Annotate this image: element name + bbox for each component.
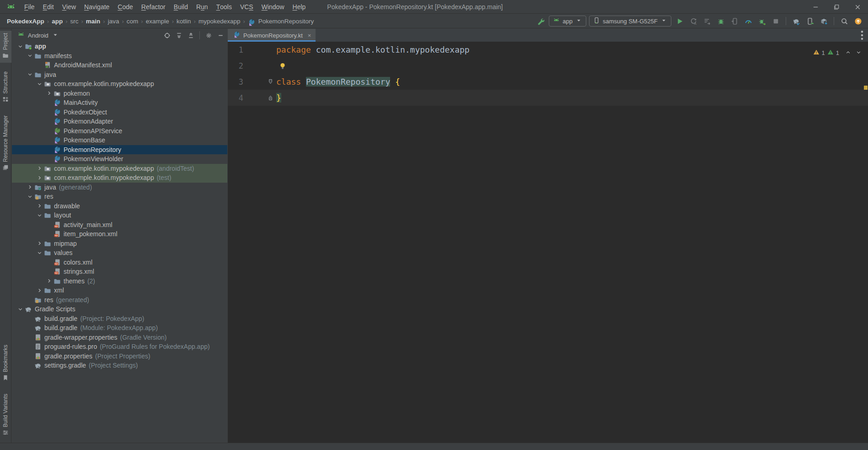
breadcrumb-item-mypokedexapp[interactable]: mypokedexapp — [197, 17, 242, 26]
tree-item-gradle-properties[interactable]: gradle.properties(Project Properties) — [12, 352, 227, 361]
tool-window-button-build-variants[interactable]: Build Variants — [0, 391, 11, 440]
tree-item-item-pokemon-xml[interactable]: <>item_pokemon.xml — [12, 229, 227, 239]
tool-window-button-bookmarks[interactable]: Bookmarks — [0, 342, 11, 385]
menu-window[interactable]: Window — [257, 0, 289, 13]
breadcrumb-item-main[interactable]: main — [85, 17, 102, 26]
tree-item-pokedexobject[interactable]: PokedexObject — [12, 108, 227, 117]
breadcrumb-item-app[interactable]: app — [50, 17, 64, 26]
apply-code-changes-icon[interactable] — [702, 16, 713, 26]
project-view-selector[interactable]: Android — [17, 31, 59, 40]
menu-tools[interactable]: Tools — [212, 0, 236, 13]
hide-panel-icon[interactable] — [215, 30, 225, 40]
breadcrumb-item-kotlin[interactable]: kotlin — [175, 17, 193, 26]
chevron-right-icon[interactable] — [36, 287, 43, 294]
minimize-button[interactable] — [805, 0, 826, 14]
tree-item-xml[interactable]: xml — [12, 286, 227, 295]
device-manager-icon[interactable] — [804, 16, 815, 26]
chevron-down-icon[interactable] — [36, 249, 43, 257]
expand-all-icon[interactable] — [174, 30, 184, 40]
chevron-right-icon[interactable] — [36, 164, 43, 172]
menu-help[interactable]: Help — [289, 0, 310, 13]
device-select[interactable]: samsung SM-G525F — [589, 16, 671, 27]
close-button[interactable] — [847, 0, 868, 14]
fold-marker-icon[interactable] — [243, 78, 276, 85]
tree-item-mainactivity[interactable]: MainActivity — [12, 98, 227, 108]
tree-item-pokemonbase[interactable]: PokemonBase — [12, 136, 227, 145]
tree-item-pokemonviewholder[interactable]: PokemonViewHolder — [12, 154, 227, 164]
maximize-button[interactable] — [826, 0, 847, 14]
chevron-down-icon[interactable] — [26, 52, 34, 60]
search-everywhere-icon[interactable] — [839, 16, 850, 26]
collapse-all-icon[interactable] — [186, 30, 196, 40]
tree-item-strings-xml[interactable]: <>strings.xml — [12, 267, 227, 277]
breadcrumb-item-example[interactable]: example — [145, 17, 171, 26]
tree-item-proguard-rules-pro[interactable]: proguard-rules.pro(ProGuard Rules for Po… — [12, 342, 227, 352]
tree-item-mipmap[interactable]: mipmap — [12, 239, 227, 249]
breadcrumb-item-pokemonrepository[interactable]: PokemonRepository — [257, 17, 316, 26]
chevron-down-icon[interactable] — [36, 211, 43, 219]
chevron-down-icon[interactable] — [16, 43, 24, 50]
edit-configuration-wrench-icon[interactable] — [535, 16, 546, 26]
tree-item-build-gradle[interactable]: build.gradle(Project: PokedexApp) — [12, 314, 227, 324]
breadcrumb-item-src[interactable]: src — [69, 17, 80, 26]
tree-item-res[interactable]: res — [12, 192, 227, 201]
tree-item-values[interactable]: values — [12, 248, 227, 258]
ide-update-icon[interactable] — [852, 16, 863, 26]
run-icon[interactable] — [674, 16, 685, 26]
menu-build[interactable]: Build — [170, 0, 192, 13]
tree-item-res[interactable]: res(generated) — [12, 295, 227, 305]
tree-item-java[interactable]: java(generated) — [12, 183, 227, 192]
code-line-3[interactable]: 3class PokemonRepository { — [228, 74, 868, 90]
chevron-right-icon[interactable] — [36, 202, 43, 210]
tool-window-button-project[interactable]: Project — [0, 31, 11, 63]
sdk-manager-icon[interactable] — [818, 16, 829, 26]
locate-file-icon[interactable] — [162, 30, 172, 40]
tree-item-gradle-wrapper-properties[interactable]: gradle-wrapper.properties(Gradle Version… — [12, 333, 227, 342]
tree-item-colors-xml[interactable]: <>colors.xml — [12, 258, 227, 267]
tab-close-icon[interactable]: × — [306, 32, 311, 39]
tree-item-pokemonapiservice[interactable]: PokemonAPIService — [12, 126, 227, 136]
run-configuration-select[interactable]: app — [549, 16, 586, 27]
chevron-down-icon[interactable] — [26, 193, 34, 201]
tree-item-drawable[interactable]: drawable — [12, 201, 227, 211]
tree-item-build-gradle[interactable]: build.gradle(Module: PokedexApp.app) — [12, 323, 227, 333]
tree-item-com-example-kotlin-mypokedexapp[interactable]: com.example.kotlin.mypokedexapp(test) — [12, 173, 227, 183]
menu-edit[interactable]: Edit — [39, 0, 58, 13]
tree-item-androidmanifest-xml[interactable]: MFAndroidManifest.xml — [12, 60, 227, 70]
tree-item-app[interactable]: app — [12, 42, 227, 51]
debug-icon[interactable] — [715, 16, 726, 26]
tree-item-com-example-kotlin-mypokedexapp[interactable]: com.example.kotlin.mypokedexapp — [12, 79, 227, 89]
editor-tab-pokemonrepository[interactable]: PokemonRepository.kt × — [228, 29, 316, 42]
tree-item-manifests[interactable]: manifests — [12, 51, 227, 61]
tree-item-pokemonrepository[interactable]: PokemonRepository — [12, 145, 227, 155]
menu-view[interactable]: View — [58, 0, 80, 13]
menu-navigate[interactable]: Navigate — [80, 0, 113, 13]
apply-changes-restart-icon[interactable]: A — [688, 16, 699, 26]
menu-refactor[interactable]: Refactor — [137, 0, 170, 13]
profiler-icon[interactable] — [743, 16, 754, 26]
settings-icon[interactable] — [204, 30, 214, 40]
intention-bulb-icon[interactable] — [279, 62, 286, 70]
tree-item-activity-main-xml[interactable]: <>activity_main.xml — [12, 220, 227, 230]
breadcrumb-item-com[interactable]: com — [125, 17, 140, 26]
menu-file[interactable]: File — [20, 0, 39, 13]
code-editor[interactable]: 1 1 1package com.example.kotlin.mypokede… — [228, 42, 868, 446]
code-line-4[interactable]: 4} — [228, 90, 868, 106]
chevron-down-icon[interactable] — [36, 80, 43, 88]
fold-marker-icon[interactable] — [243, 94, 276, 101]
chevron-right-icon[interactable] — [36, 174, 43, 182]
chevron-down-icon[interactable] — [26, 70, 34, 78]
editor-options-kebab-icon[interactable] — [856, 29, 868, 42]
tree-item-settings-gradle[interactable]: settings.gradle(Project Settings) — [12, 361, 227, 370]
tool-window-button-structure[interactable]: Structure — [0, 69, 11, 107]
chevron-right-icon[interactable] — [45, 277, 53, 285]
tree-item-gradle-scripts[interactable]: Gradle Scripts — [12, 304, 227, 314]
chevron-right-icon[interactable] — [26, 183, 34, 191]
code-line-1[interactable]: 1package com.example.kotlin.mypokedexapp — [228, 42, 868, 58]
breadcrumb-item-pokedexapp[interactable]: PokedexApp — [5, 17, 46, 26]
tree-item-com-example-kotlin-mypokedexapp[interactable]: com.example.kotlin.mypokedexapp(androidT… — [12, 164, 227, 173]
stop-icon[interactable] — [770, 16, 781, 26]
chevron-right-icon[interactable] — [45, 89, 53, 97]
attach-debugger-icon[interactable] — [729, 16, 740, 26]
tree-item-layout[interactable]: layout — [12, 211, 227, 220]
